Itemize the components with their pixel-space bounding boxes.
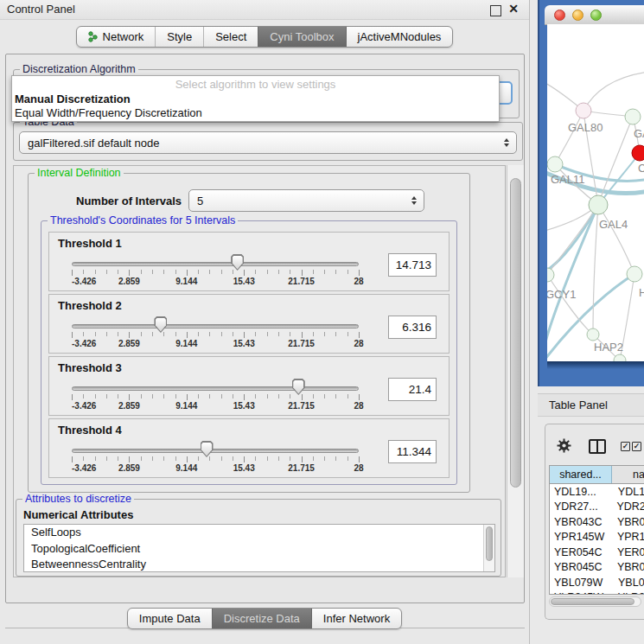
- tab-select[interactable]: Select: [203, 27, 258, 47]
- float-panel-icon[interactable]: [490, 5, 501, 16]
- network-node-GAL4[interactable]: [589, 195, 608, 214]
- zoom-window-button[interactable]: [590, 10, 602, 21]
- attribute-list-item[interactable]: SelfLoops: [24, 525, 494, 541]
- table-row[interactable]: YDR27...YDR2: [550, 500, 644, 515]
- threshold-value-field[interactable]: 21.4: [388, 378, 437, 401]
- table-header-row: shared... na: [550, 466, 644, 484]
- threshold-slider-knob[interactable]: [292, 379, 305, 395]
- attribute-list-item[interactable]: BetweennessCentrality: [24, 557, 494, 572]
- network-edge[interactable]: [583, 72, 644, 111]
- table-panel-header: Table Panel: [538, 393, 644, 417]
- network-edge[interactable]: [555, 111, 583, 164]
- node-label: GA: [634, 127, 644, 140]
- network-node-H[interactable]: [627, 266, 642, 282]
- slider-tick: [290, 394, 290, 399]
- tab-label: Select: [215, 30, 246, 43]
- threshold-slider-knob[interactable]: [231, 254, 244, 271]
- table-row[interactable]: YPR145WYPR1: [550, 530, 644, 545]
- tab-network[interactable]: Network: [77, 27, 156, 47]
- slider-tick: [302, 394, 303, 400]
- control-panel: Control Panel ✕ NetworkStyleSelectCyni T…: [0, 0, 530, 644]
- slider-tick: [198, 270, 199, 274]
- slider-tick: [302, 332, 303, 338]
- scrollbar-thumb[interactable]: [551, 598, 634, 605]
- table-row[interactable]: YBR043CYBR0: [550, 514, 644, 530]
- network-node-C[interactable]: [632, 145, 644, 161]
- tab-discretize-data[interactable]: Discretize Data: [212, 609, 311, 628]
- slider-tick: [255, 394, 256, 399]
- network-edge[interactable]: [593, 205, 598, 335]
- slider-tick: [244, 332, 245, 338]
- slider-tick: [141, 332, 142, 336]
- table-row[interactable]: YBR045CYBR0: [550, 560, 644, 576]
- canvas-shadow: [547, 361, 644, 369]
- threshold-value-field[interactable]: 14.713: [388, 253, 437, 277]
- network-graph[interactable]: GAL80GACGAL11GAL4GCY1HHAP2: [547, 24, 644, 361]
- tab-label: Cyni Toolbox: [270, 30, 334, 43]
- slider-tick: [348, 394, 348, 399]
- tab-cyni-toolbox[interactable]: Cyni Toolbox: [258, 27, 345, 47]
- slider-tick: [129, 270, 130, 276]
- checkbox-icon[interactable]: ✓: [632, 442, 641, 451]
- network-node-GA[interactable]: [625, 109, 641, 124]
- threshold-slider-knob[interactable]: [201, 441, 214, 457]
- attribute-list-item[interactable]: TopologicalCoefficient: [24, 541, 494, 558]
- network-canvas[interactable]: GAL80GACGAL11GAL4GCY1HHAP2: [547, 24, 644, 361]
- threshold-label: Threshold 1: [58, 237, 122, 250]
- combo-spinner-icon: [411, 196, 417, 205]
- attributes-list-scrollbar[interactable]: [483, 525, 494, 571]
- attributes-group: Attributes to discretize Numerical Attri…: [16, 499, 501, 577]
- threshold-slider-track[interactable]: [72, 262, 359, 266]
- network-node-GAL11[interactable]: [547, 156, 563, 172]
- column-header-shared-name[interactable]: shared...: [550, 466, 612, 483]
- table-row[interactable]: YBL079WYBL0: [550, 575, 644, 590]
- network-node-unnamed[interactable]: [614, 354, 626, 361]
- settings-vertical-scrollbar[interactable]: [507, 165, 524, 577]
- table-row[interactable]: YDL19...YDL1: [550, 484, 644, 500]
- slider-tick: [255, 456, 256, 461]
- table-horizontal-scrollbar[interactable]: [549, 596, 641, 607]
- close-panel-icon[interactable]: ✕: [508, 2, 519, 16]
- table-row[interactable]: YER054CYER0: [550, 545, 644, 560]
- table-row[interactable]: YLR345WYLR3: [550, 590, 644, 596]
- table-data-combobox[interactable]: galFiltered.sif default node: [19, 131, 517, 154]
- network-edge[interactable]: [598, 205, 634, 274]
- cell-name: YLR3: [612, 591, 644, 595]
- threshold-slider-track[interactable]: [72, 324, 359, 328]
- scrollbar-thumb[interactable]: [510, 178, 521, 488]
- gear-icon[interactable]: [557, 438, 571, 453]
- slider-ticks: [72, 456, 359, 462]
- algorithm-placeholder-item[interactable]: Select algorithm to view settings: [12, 78, 499, 91]
- network-node-GCY1[interactable]: [547, 268, 554, 282]
- threshold-slider-knob[interactable]: [154, 316, 167, 333]
- cell-shared-name: YBR043C: [550, 516, 611, 528]
- algorithm-option-equal-width[interactable]: Equal Width/Frequency Discretization: [15, 106, 202, 119]
- network-window-titlebar[interactable]: [545, 5, 644, 25]
- threshold-value-field[interactable]: 11.344: [388, 440, 437, 463]
- slider-tick: [233, 332, 233, 336]
- threshold-value-field[interactable]: 6.316: [388, 316, 437, 339]
- split-panel-icon[interactable]: [589, 439, 606, 454]
- tab-infer-network[interactable]: Infer Network: [311, 609, 401, 628]
- network-edge[interactable]: [547, 275, 593, 335]
- slider-tick: [302, 270, 303, 276]
- slider-tick: [278, 394, 279, 399]
- tab-style[interactable]: Style: [155, 27, 203, 47]
- tab-impute-data[interactable]: Impute Data: [128, 609, 212, 628]
- threshold-slider-track[interactable]: [72, 449, 359, 453]
- threshold-slider-track[interactable]: [72, 386, 359, 391]
- slider-tick: [106, 394, 107, 399]
- network-node-HAP2[interactable]: [587, 328, 599, 341]
- scrollbar-thumb[interactable]: [486, 526, 493, 561]
- slider-tick: [290, 332, 290, 336]
- algorithm-option-manual[interactable]: Manual Discretization: [15, 92, 131, 105]
- tab-jactivemnodules[interactable]: jActiveMNodules: [346, 27, 453, 47]
- close-window-button[interactable]: [554, 10, 565, 21]
- slider-tick-label: 9.144: [175, 277, 197, 286]
- slider-tick: [209, 332, 210, 336]
- column-header-name[interactable]: na: [612, 466, 644, 483]
- number-of-intervals-combobox[interactable]: 5: [188, 189, 424, 212]
- network-node-GAL80[interactable]: [576, 103, 591, 118]
- checkbox-icon[interactable]: ✓: [621, 442, 630, 451]
- minimize-window-button[interactable]: [572, 10, 583, 21]
